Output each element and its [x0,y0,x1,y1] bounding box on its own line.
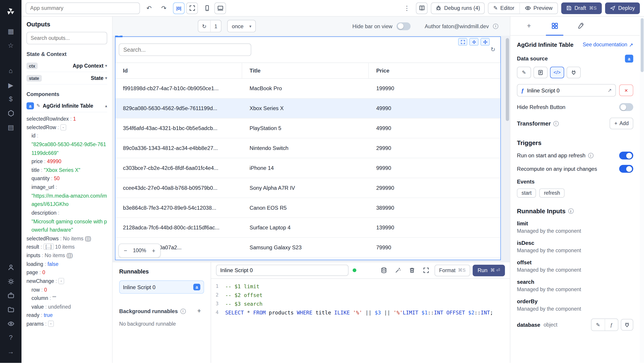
static-pencil-icon[interactable]: ✎ [592,319,605,330]
component-settings-tab[interactable] [542,17,568,35]
connect-plug-icon[interactable] [621,319,633,330]
grid-alignment-icon[interactable]: |0| [173,2,185,14]
output-tree-entry[interactable]: description : "Microsoft gaming console … [26,209,107,235]
static-pencil-icon[interactable]: ✎ [517,67,531,78]
component-header-row[interactable]: a ✎ AgGrid Infinite Table ▴ [26,100,107,112]
output-tree-entry[interactable]: value : undefined [26,303,107,311]
output-tree-entry[interactable]: id : "829ca080-5630-4562-9d5e-7611199dc6… [26,132,107,158]
workspace-briefcase-icon[interactable] [0,288,22,302]
app-summary-input[interactable] [26,2,140,14]
info-icon[interactable]: i [568,208,573,214]
delete-trash-icon[interactable] [406,265,418,276]
output-tree-entry[interactable]: ready : true [26,311,107,320]
code-line[interactable]: 4SELECT * FROM products WHERE title ILIK… [211,308,510,317]
table-row[interactable]: f991898d-cb27-4ac7-b10c-0b9050ce1...MacB… [116,79,500,99]
table-refresh-icon[interactable]: ↻ [490,46,496,53]
app-canvas[interactable]: a ↻ Id Title [112,36,510,262]
insert-component-tab[interactable]: + [516,17,542,35]
see-documentation-link[interactable]: See documentation ↗ [583,42,633,48]
table-search-input[interactable] [119,44,251,56]
move-component-icon[interactable] [480,38,490,46]
table-row[interactable]: 354f6afd-43ac-4321-b1bc-0b5e5adcb...Play… [116,118,500,138]
scrollbar-thumb[interactable] [506,38,509,121]
output-tree-entry[interactable]: loading : false [26,260,107,268]
code-line[interactable]: 2-- $2 offset [211,291,510,299]
code-mode-icon[interactable]: </> [550,67,564,78]
windmill-logo-icon[interactable] [0,3,22,20]
recompute-toggle[interactable] [619,165,633,173]
run-on-start-toggle[interactable] [619,152,633,159]
info-icon[interactable]: i [180,308,186,314]
ai-wand-icon[interactable] [392,265,404,276]
info-icon[interactable]: i [588,153,593,158]
eval-fn-icon[interactable]: ƒ [605,319,618,330]
chevron-up-icon[interactable]: ▴ [105,104,107,108]
anchor-component-icon[interactable] [469,38,478,46]
column-header-id[interactable]: Id [116,63,242,78]
undo-icon[interactable]: ↶ [143,2,155,14]
column-header-title[interactable]: Title [242,63,369,78]
variables-icon[interactable]: $ [0,92,22,106]
state-row[interactable]: state State ▾ [26,72,107,85]
code-line[interactable]: 3-- $3 search [211,299,510,308]
docs-book-icon[interactable] [416,2,428,14]
table-row[interactable]: 4c83-8022-5e70a07a2...Samsung Galaxy S23… [116,238,500,258]
column-header-price[interactable]: Price [369,63,500,78]
database-icon[interactable] [378,265,390,276]
add-background-runnable-icon[interactable]: + [194,306,204,316]
pencil-icon[interactable]: ✎ [36,103,40,109]
array-chip[interactable]: [...] [44,244,54,250]
output-tree-entry[interactable]: page : 0 [26,268,107,277]
output-tree-entry[interactable]: inputs : No items ([]) [26,251,107,260]
folders-icon[interactable] [0,302,22,316]
deploy-button[interactable]: Deploy [605,2,640,14]
user-icon[interactable] [0,260,22,274]
run-button[interactable]: Run ⌘ ⏎ [472,264,505,276]
zoom-in-icon[interactable]: + [151,247,156,254]
schedules-icon[interactable]: ▤ [0,120,22,134]
draft-button[interactable]: Draft ⌘S [561,2,602,14]
aggrid-table-component[interactable]: a ↻ Id Title [115,37,501,260]
output-tree-entry[interactable]: selectedRows : No items ([]) [26,234,107,243]
table-row[interactable]: b3e864c8-7fe3-4270-89e9-54c12038...Canon… [116,198,500,218]
output-tree-entry[interactable]: selectedRowIndex : 1 [26,115,107,123]
output-tree-entry[interactable]: newChange : - [26,277,107,285]
output-tree-entry[interactable]: price : 49990 [26,158,107,166]
output-tree-entry[interactable]: quantity : 50 [26,175,107,183]
info-icon[interactable]: i [553,121,558,126]
page-scrollbar[interactable] [640,17,644,363]
scrollbar-thumb[interactable] [640,18,643,72]
redo-icon[interactable]: ↷ [158,2,170,14]
debug-runs-button[interactable]: Debug runs (4) [431,2,484,14]
kebab-menu-icon[interactable]: ⋮ [401,2,413,14]
connect-plug-icon[interactable] [567,67,581,78]
apps-icon[interactable]: ▦ [0,24,22,38]
expand-canvas-icon[interactable] [186,2,198,14]
code-line[interactable]: 1-- $1 limit [211,282,510,291]
template-doc-icon[interactable] [534,67,548,78]
search-outputs-input[interactable] [26,32,107,45]
code-area[interactable]: 1-- $1 limit2-- $2 offset3-- $3 search4S… [211,279,510,363]
table-row[interactable]: 2128adca-7fc6-44bd-800c-dc115df6ac...Sur… [116,218,500,238]
runnable-item-inline-script-0[interactable]: Inline Script 0 a [119,280,204,294]
event-chip[interactable]: refresh [539,188,564,198]
home-icon[interactable]: ⌂ [0,64,22,78]
script-name-input[interactable] [216,265,348,276]
ctx-row[interactable]: ctx App Context ▾ [26,60,107,72]
output-tree-entry[interactable]: result : [...] 10 items [26,243,107,251]
mobile-view-icon[interactable] [201,2,213,14]
table-row[interactable]: 89c0a336-1343-4812-ac34-e4bb8e27...Ninte… [116,138,500,158]
favorites-star-icon[interactable]: ☆ [0,38,22,52]
remove-script-icon[interactable]: × [619,85,633,96]
expand-component-icon[interactable] [458,38,467,46]
info-icon[interactable]: i [493,24,498,29]
settings-gear-icon[interactable] [0,274,22,288]
table-row[interactable]: 829ca080-5630-4562-9d5e-7611199d...Xbox … [116,99,500,119]
refresh-count[interactable]: 1 [210,20,221,32]
open-script-external-icon[interactable]: ↗ [608,88,612,93]
output-tree-entry[interactable]: params : - [26,320,107,328]
hide-refresh-toggle[interactable] [619,103,633,111]
preview-tab[interactable]: Preview [519,3,558,14]
desktop-view-icon[interactable] [214,2,226,14]
format-button[interactable]: Format ⌘S [434,264,470,276]
